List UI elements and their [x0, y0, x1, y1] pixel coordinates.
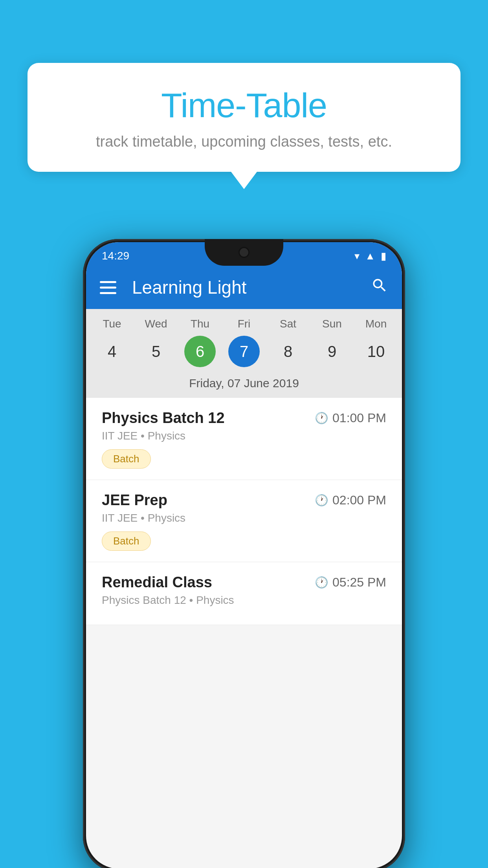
class-name: Physics Batch 12 — [102, 410, 225, 427]
phone-notch — [205, 239, 283, 266]
tooltip-title: Time-Table — [51, 86, 437, 125]
day-name: Sat — [280, 318, 296, 330]
class-meta: Physics Batch 12 • Physics — [102, 594, 386, 607]
class-time: 🕐 01:00 PM — [315, 411, 386, 425]
day-number[interactable]: 8 — [272, 336, 304, 367]
phone-screen: 14:29 ▾ ▲ ▮ Learning Light — [86, 242, 402, 868]
class-item[interactable]: Remedial Class🕐 05:25 PMPhysics Batch 12… — [86, 562, 402, 625]
wifi-icon: ▾ — [354, 250, 360, 262]
day-name: Fri — [238, 318, 251, 330]
day-number[interactable]: 6 — [184, 336, 216, 367]
class-item[interactable]: JEE Prep🕐 02:00 PMIIT JEE • PhysicsBatch — [86, 480, 402, 562]
calendar-week-header: Tue4Wed5Thu6Fri7Sat8Sun9Mon10 — [86, 309, 402, 371]
day-column[interactable]: Tue4 — [92, 318, 132, 367]
day-number[interactable]: 4 — [96, 336, 128, 367]
day-column[interactable]: Thu6 — [180, 318, 220, 367]
battery-icon: ▮ — [381, 250, 386, 262]
day-name: Mon — [365, 318, 387, 330]
phone-camera — [238, 247, 250, 258]
class-item[interactable]: Physics Batch 12🕐 01:00 PMIIT JEE • Phys… — [86, 398, 402, 480]
day-name: Sun — [322, 318, 342, 330]
class-meta: IIT JEE • Physics — [102, 512, 386, 524]
day-number[interactable]: 9 — [316, 336, 348, 367]
class-name: Remedial Class — [102, 574, 212, 591]
class-name: JEE Prep — [102, 492, 167, 509]
status-time: 14:29 — [102, 250, 129, 262]
day-number[interactable]: 5 — [140, 336, 172, 367]
app-title: Learning Light — [132, 277, 359, 298]
class-meta: IIT JEE • Physics — [102, 430, 386, 442]
signal-icon: ▲ — [365, 250, 375, 262]
clock-icon: 🕐 — [315, 412, 328, 425]
day-number[interactable]: 7 — [228, 336, 260, 367]
calendar-date-label: Friday, 07 June 2019 — [86, 371, 402, 398]
day-column[interactable]: Fri7 — [224, 318, 264, 367]
clock-icon: 🕐 — [315, 576, 328, 589]
day-column[interactable]: Mon10 — [356, 318, 396, 367]
day-column[interactable]: Sun9 — [312, 318, 352, 367]
day-column[interactable]: Sat8 — [268, 318, 308, 367]
phone-mockup: 14:29 ▾ ▲ ▮ Learning Light — [83, 239, 405, 868]
day-name: Tue — [103, 318, 121, 330]
batch-badge: Batch — [102, 449, 151, 469]
tooltip-subtitle: track timetable, upcoming classes, tests… — [51, 133, 437, 150]
day-name: Wed — [145, 318, 167, 330]
status-icons: ▾ ▲ ▮ — [354, 250, 386, 262]
tooltip-card: Time-Table track timetable, upcoming cla… — [28, 63, 460, 172]
hamburger-menu-icon[interactable] — [100, 281, 116, 294]
day-name: Thu — [191, 318, 209, 330]
search-icon[interactable] — [371, 277, 388, 298]
app-bar: Learning Light — [86, 266, 402, 309]
clock-icon: 🕐 — [315, 494, 328, 507]
batch-badge: Batch — [102, 531, 151, 551]
day-column[interactable]: Wed5 — [136, 318, 176, 367]
phone-outer: 14:29 ▾ ▲ ▮ Learning Light — [83, 239, 405, 868]
class-time: 🕐 05:25 PM — [315, 575, 386, 590]
day-number[interactable]: 10 — [360, 336, 392, 367]
class-list: Physics Batch 12🕐 01:00 PMIIT JEE • Phys… — [86, 398, 402, 625]
class-time: 🕐 02:00 PM — [315, 493, 386, 508]
